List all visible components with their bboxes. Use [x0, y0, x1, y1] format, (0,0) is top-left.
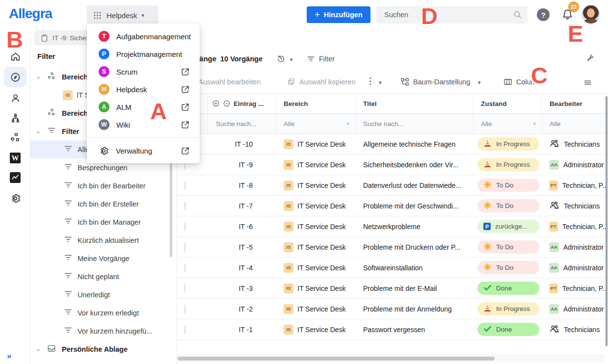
table-row[interactable]: IT -7 IS IT Service Desk Probleme mit de…: [177, 196, 608, 216]
app-menu-item[interactable]: S Scrum: [87, 63, 200, 80]
filter-title-input[interactable]: Suche nach...: [356, 114, 474, 133]
filter-area-select[interactable]: Alle▾: [276, 114, 356, 133]
app-menu-item[interactable]: T Aufgabenmanagement: [87, 27, 200, 45]
header-title[interactable]: Titel: [356, 94, 474, 113]
wrench-icon[interactable]: [586, 53, 595, 64]
row-checkbox[interactable]: [185, 263, 185, 272]
header-area[interactable]: Bereich: [276, 94, 356, 113]
filter-state-select[interactable]: Alle▾: [474, 114, 542, 133]
vertical-scrollbar-thumb[interactable]: [606, 96, 608, 346]
menu-hamburger-icon[interactable]: [583, 78, 592, 89]
rail-browse[interactable]: [4, 67, 26, 87]
filter-tree-item[interactable]: ⌄ Ich bin der Manager: [30, 213, 170, 231]
filter-tree-item[interactable]: ⌄ Ich bin der Bearbeiter: [30, 177, 170, 195]
edit-selection-button[interactable]: Auswahl bearbeiten: [198, 78, 261, 86]
rail-reports[interactable]: [4, 167, 26, 188]
header-state[interactable]: Zustand: [474, 94, 542, 113]
status-badge[interactable]: In Progress: [477, 137, 539, 151]
row-checkbox[interactable]: [185, 181, 185, 190]
table-row[interactable]: IT -1 IS IT Service Desk Passwort verges…: [177, 319, 608, 340]
history-chevron-icon[interactable]: ▾: [290, 57, 293, 62]
status-label: To Do: [496, 182, 513, 189]
filter-tree-item[interactable]: ⌄ Meine Vorgänge: [30, 249, 170, 267]
chevron-down-icon[interactable]: ⌄: [34, 346, 42, 352]
row-area-label: IT Service Desk: [297, 285, 346, 292]
filter-tree-item[interactable]: ⌄ Unerledigt: [30, 286, 170, 304]
status-badge[interactable]: P zurückge...: [477, 220, 539, 233]
tree-view-chevron-icon[interactable]: ▾: [478, 80, 481, 85]
rail-people[interactable]: [4, 88, 26, 108]
status-badge[interactable]: In Progress: [477, 158, 539, 171]
history-icon[interactable]: [276, 54, 286, 65]
status-badge[interactable]: In Progress: [477, 302, 539, 315]
filter-assignee-select[interactable]: Alle: [542, 114, 608, 133]
row-checkbox[interactable]: [185, 284, 185, 293]
filter-tree-item[interactable]: ⌄ Vor kurzem erledigt: [30, 304, 170, 322]
row-checkbox[interactable]: [185, 305, 185, 313]
tree-item-icon: [64, 144, 73, 155]
filter-tree-item[interactable]: ⌄ Ich bin der Ersteller: [30, 195, 170, 213]
filter-entry-input[interactable]: Suche nach...: [208, 114, 276, 133]
search-input[interactable]: [376, 6, 528, 24]
toolbar-filter-icon[interactable]: [307, 55, 315, 65]
table-row[interactable]: IT -8 IS IT Service Desk Datenverlust od…: [177, 175, 608, 196]
copy-selection-button[interactable]: Auswahl kopieren: [299, 78, 355, 86]
more-actions-icon[interactable]: [370, 78, 371, 85]
menu-item-verwaltung[interactable]: Verwaltung: [87, 142, 200, 159]
row-assignee-cell: AA Administrator: [542, 242, 608, 252]
status-badge[interactable]: Done: [477, 323, 539, 336]
row-checkbox[interactable]: [185, 222, 185, 231]
row-checkbox[interactable]: [185, 243, 185, 252]
user-avatar[interactable]: [582, 5, 600, 24]
status-badge[interactable]: Done: [477, 282, 539, 295]
panel-scrollbar[interactable]: [170, 159, 172, 257]
tree-view-button[interactable]: Baum-Darstellung: [413, 78, 470, 86]
row-assignee-label: Administrator: [563, 243, 604, 251]
header-assignee[interactable]: Bearbeiter: [542, 94, 608, 113]
filter-tree-item[interactable]: ⌄ Kürzlich aktualisiert: [30, 231, 170, 249]
header-entry-label: Eintrag ...: [234, 100, 264, 107]
chevron-down-icon[interactable]: ⌄: [34, 74, 42, 79]
status-badge[interactable]: To Do: [477, 261, 539, 274]
app-switcher-button[interactable]: Helpdesk ▾: [87, 5, 159, 26]
add-button[interactable]: + Hinzufügen: [307, 6, 370, 23]
row-assignee-cell: Technicians: [542, 324, 608, 336]
table-row[interactable]: IT -9 IS IT Service Desk Sicherheitsbede…: [177, 155, 608, 175]
app-menu-item[interactable]: W Wiki: [87, 116, 200, 133]
tree-item-icon: [64, 271, 73, 282]
row-area-cell: IS IT Service Desk: [276, 201, 356, 211]
rail-org[interactable]: [4, 107, 26, 128]
tree-item-icon: [64, 326, 73, 337]
toolbar-filter-label[interactable]: Filter: [319, 55, 335, 63]
table-row[interactable]: IT -3 IS IT Service Desk Probleme mit de…: [177, 278, 608, 299]
filter-tree-item[interactable]: ⌄ Vor kurzem hinzugefü...: [30, 322, 170, 340]
table-row[interactable]: IT -2 IS IT Service Desk Probleme mit de…: [177, 299, 608, 319]
status-badge[interactable]: To Do: [477, 240, 539, 254]
table-row[interactable]: IT -6 IS IT Service Desk Netzwerkproblem…: [177, 216, 608, 237]
status-badge[interactable]: To Do: [477, 199, 539, 212]
expand-all-icon[interactable]: [212, 100, 220, 107]
table-row[interactable]: IT -10 IS IT Service Desk Allgemeine tec…: [177, 134, 608, 155]
rail-settings[interactable]: [4, 188, 26, 208]
rail-wiki[interactable]: W: [4, 148, 26, 168]
filter-tree-item[interactable]: ⌄ Nicht geplant: [30, 267, 170, 286]
collapse-all-icon[interactable]: [223, 100, 231, 107]
allegra-logo[interactable]: Allegra: [9, 6, 52, 22]
app-menu-item[interactable]: A ALM: [87, 98, 200, 116]
expand-sidebar-icon[interactable]: »: [7, 351, 11, 361]
table-row[interactable]: IT -5 IS IT Service Desk Probleme mit Dr…: [177, 237, 608, 258]
chevron-down-icon[interactable]: ⌄: [34, 129, 42, 134]
more-actions-chevron-icon[interactable]: ▾: [379, 80, 382, 85]
filter-tree-item[interactable]: ⌄ Persönliche Ablage: [30, 340, 170, 358]
app-menu-item[interactable]: H Helpdesk: [87, 80, 200, 98]
header-entry[interactable]: Eintrag ...: [208, 94, 276, 113]
row-checkbox[interactable]: [185, 325, 185, 334]
help-button[interactable]: ?: [537, 8, 550, 21]
rail-areas[interactable]: [4, 127, 26, 148]
search-icon[interactable]: [513, 10, 523, 22]
table-row[interactable]: IT -4 IS IT Service Desk Softwareinstall…: [177, 258, 608, 278]
app-menu-item[interactable]: P Projektmanagement: [87, 45, 200, 63]
row-checkbox[interactable]: [185, 202, 185, 210]
horizontal-scrollbar-thumb[interactable]: [178, 357, 495, 361]
status-badge[interactable]: To Do: [477, 179, 539, 192]
